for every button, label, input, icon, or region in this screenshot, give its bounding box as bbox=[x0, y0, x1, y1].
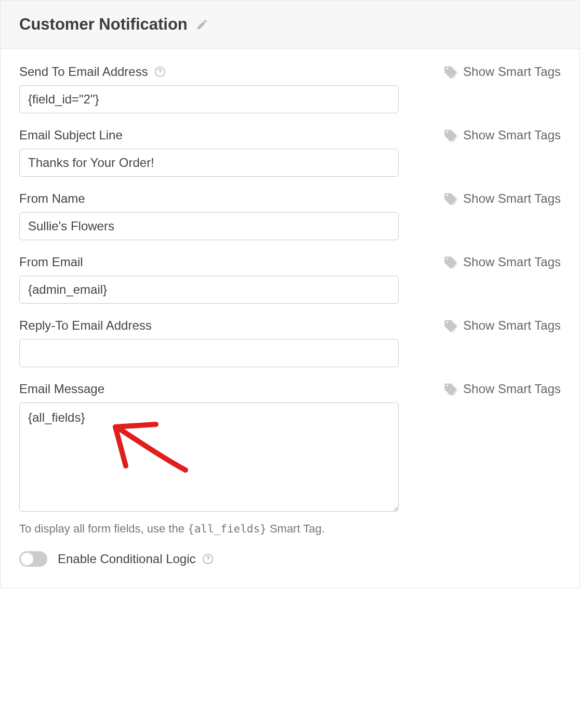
show-smart-tags-link[interactable]: Show Smart Tags bbox=[443, 255, 561, 269]
show-smart-tags-link[interactable]: Show Smart Tags bbox=[443, 128, 561, 142]
panel-body: Send To Email Address Show Smart Tags Em… bbox=[1, 49, 579, 588]
show-smart-tags-link[interactable]: Show Smart Tags bbox=[443, 318, 561, 333]
field-reply-to: Reply-To Email Address Show Smart Tags bbox=[19, 318, 561, 367]
conditional-logic-label: Enable Conditional Logic bbox=[58, 552, 214, 566]
subject-label: Email Subject Line bbox=[19, 128, 123, 142]
conditional-logic-row: Enable Conditional Logic bbox=[19, 551, 561, 567]
field-row: Send To Email Address Show Smart Tags bbox=[19, 64, 561, 79]
show-smart-tags-link[interactable]: Show Smart Tags bbox=[443, 382, 561, 396]
smart-tags-text: Show Smart Tags bbox=[463, 382, 561, 396]
panel-title: Customer Notification bbox=[19, 15, 188, 34]
tag-icon bbox=[443, 128, 458, 142]
field-row: From Name Show Smart Tags bbox=[19, 191, 561, 206]
from-email-label: From Email bbox=[19, 255, 83, 269]
tag-icon bbox=[443, 382, 458, 396]
field-subject: Email Subject Line Show Smart Tags bbox=[19, 128, 561, 177]
svg-point-3 bbox=[207, 561, 208, 562]
smart-tags-text: Show Smart Tags bbox=[463, 191, 561, 206]
tag-icon bbox=[443, 255, 458, 269]
field-send-to: Send To Email Address Show Smart Tags bbox=[19, 64, 561, 113]
message-helper-text: To display all form fields, use the {all… bbox=[19, 522, 561, 536]
edit-title-icon[interactable] bbox=[196, 18, 208, 31]
tag-icon bbox=[443, 64, 458, 79]
field-from-name: From Name Show Smart Tags bbox=[19, 191, 561, 240]
reply-to-input[interactable] bbox=[19, 339, 399, 367]
toggle-knob bbox=[21, 553, 33, 565]
send-to-input[interactable] bbox=[19, 85, 399, 113]
field-row: Email Message Show Smart Tags bbox=[19, 382, 561, 396]
field-row: Email Subject Line Show Smart Tags bbox=[19, 128, 561, 142]
panel-header: Customer Notification bbox=[1, 0, 579, 49]
smart-tags-text: Show Smart Tags bbox=[463, 255, 561, 269]
help-icon[interactable] bbox=[202, 553, 214, 565]
field-row: From Email Show Smart Tags bbox=[19, 255, 561, 269]
helper-suffix: Smart Tag. bbox=[267, 522, 325, 535]
field-row: Reply-To Email Address Show Smart Tags bbox=[19, 318, 561, 333]
from-name-label: From Name bbox=[19, 191, 85, 206]
send-to-label: Send To Email Address bbox=[19, 64, 166, 79]
smart-tags-text: Show Smart Tags bbox=[463, 318, 561, 333]
tag-icon bbox=[443, 318, 458, 333]
from-name-input[interactable] bbox=[19, 212, 399, 240]
field-message: Email Message Show Smart Tags To d bbox=[19, 382, 561, 536]
svg-point-1 bbox=[160, 74, 160, 74]
show-smart-tags-link[interactable]: Show Smart Tags bbox=[443, 64, 561, 79]
message-label: Email Message bbox=[19, 382, 104, 396]
label-text: Send To Email Address bbox=[19, 64, 148, 79]
conditional-logic-toggle[interactable] bbox=[19, 551, 47, 567]
helper-code: {all_fields} bbox=[188, 523, 267, 535]
label-text: Enable Conditional Logic bbox=[58, 552, 196, 566]
field-from-email: From Email Show Smart Tags bbox=[19, 255, 561, 304]
smart-tags-text: Show Smart Tags bbox=[463, 128, 561, 142]
smart-tags-text: Show Smart Tags bbox=[463, 64, 561, 79]
subject-input[interactable] bbox=[19, 149, 399, 177]
tag-icon bbox=[443, 191, 458, 206]
show-smart-tags-link[interactable]: Show Smart Tags bbox=[443, 191, 561, 206]
reply-to-label: Reply-To Email Address bbox=[19, 318, 152, 333]
from-email-input[interactable] bbox=[19, 276, 399, 304]
notification-settings-panel: Customer Notification Send To Email Addr… bbox=[0, 0, 580, 588]
helper-prefix: To display all form fields, use the bbox=[19, 522, 188, 535]
help-icon[interactable] bbox=[154, 66, 166, 77]
message-textarea[interactable] bbox=[19, 402, 399, 512]
